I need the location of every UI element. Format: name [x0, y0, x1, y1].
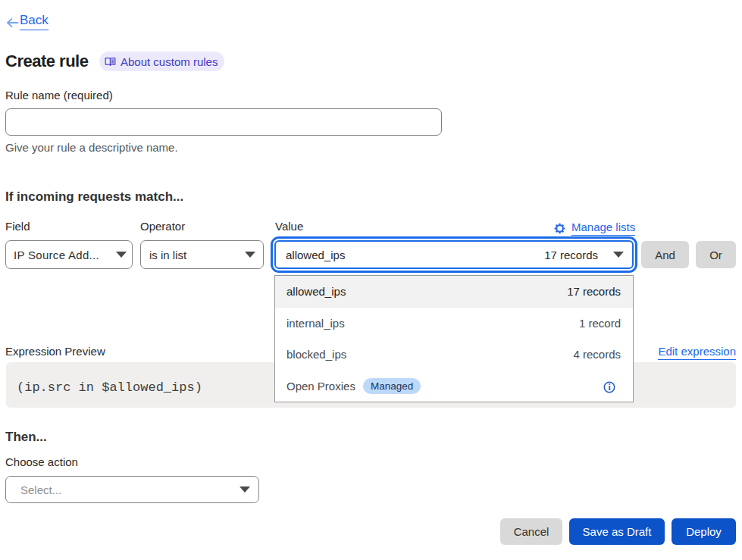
svg-text:i: i — [608, 383, 611, 392]
